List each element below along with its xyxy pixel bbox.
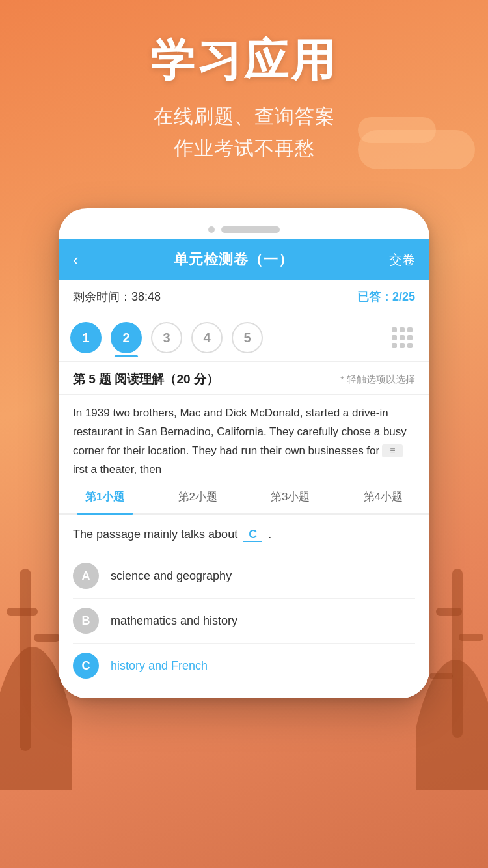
question-text-after: .: [268, 528, 271, 541]
sub-question-tabs: 第1小题 第2小题 第3小题 第4小题: [59, 480, 429, 515]
header-section: 学习应用 在线刷题、查询答案 作业考试不再愁: [0, 0, 488, 165]
timer-label: 剩余时间：: [73, 290, 131, 303]
svg-rect-8: [429, 673, 453, 679]
svg-rect-7: [459, 634, 483, 641]
timer-display: 剩余时间：38:48: [73, 289, 161, 305]
option-b[interactable]: B mathematics and history: [73, 599, 415, 644]
app-content: ‹ 单元检测卷（一） 交卷 剩余时间：38:48 已答：2/25 1 2 3: [59, 239, 429, 698]
timer-value: 38:48: [131, 290, 161, 303]
timer-row: 剩余时间：38:48 已答：2/25: [59, 280, 429, 314]
svg-rect-5: [452, 569, 463, 738]
sub-tab-2[interactable]: 第2小题: [152, 480, 245, 513]
phone-mockup: ‹ 单元检测卷（一） 交卷 剩余时间：38:48 已答：2/25 1 2 3: [59, 208, 429, 698]
sub-tab-4[interactable]: 第4小题: [337, 480, 430, 513]
question-text-before: The passage mainly talks about: [73, 528, 237, 541]
option-a[interactable]: A science and geography: [73, 554, 415, 599]
active-indicator: [115, 355, 138, 357]
section-title: 第 5 题 阅读理解（20 分）: [73, 371, 219, 388]
question-grid-button[interactable]: [386, 322, 418, 353]
answered-label: 已答：: [357, 290, 392, 303]
option-c-label: history and French: [111, 659, 208, 673]
svg-rect-6: [436, 608, 462, 616]
question-number-1[interactable]: 1: [70, 322, 102, 353]
question-text: The passage mainly talks about C .: [59, 515, 429, 549]
subtitle-line2: 作业考试不再愁: [174, 137, 315, 159]
speaker-bar: [221, 226, 280, 233]
passage-text: In 1939 two brothers, Mac and Dick McDon…: [73, 404, 415, 480]
option-c[interactable]: C history and French: [73, 644, 415, 688]
question-number-4[interactable]: 4: [191, 322, 223, 353]
question-number-3[interactable]: 3: [151, 322, 182, 353]
subtitle: 在线刷题、查询答案 作业考试不再愁: [0, 100, 488, 165]
phone-frame: ‹ 单元检测卷（一） 交卷 剩余时间：38:48 已答：2/25 1 2 3: [59, 208, 429, 698]
submit-button[interactable]: 交卷: [389, 251, 415, 269]
back-button[interactable]: ‹: [73, 250, 79, 270]
passage-expand-icon[interactable]: [382, 444, 403, 457]
main-title: 学习应用: [0, 36, 488, 85]
question-numbers-row: 1 2 3 4 5: [59, 314, 429, 362]
app-navbar: ‹ 单元检测卷（一） 交卷: [59, 239, 429, 280]
svg-rect-2: [7, 608, 38, 616]
passage-area: In 1939 two brothers, Mac and Dick McDon…: [59, 395, 429, 480]
option-b-label: mathematics and history: [111, 614, 237, 628]
camera-dot: [208, 226, 215, 233]
grid-dots-icon: [392, 327, 413, 348]
subtitle-line1: 在线刷题、查询答案: [154, 105, 335, 127]
svg-rect-3: [34, 634, 60, 642]
section-header: 第 5 题 阅读理解（20 分） * 轻触选项以选择: [59, 362, 429, 395]
svg-rect-1: [20, 569, 31, 751]
option-a-label: science and geography: [111, 569, 232, 583]
question-blank-answer: C: [243, 528, 262, 542]
sub-tab-1[interactable]: 第1小题: [59, 480, 152, 513]
option-a-circle: A: [73, 563, 99, 589]
navbar-title: 单元检测卷（一）: [174, 250, 293, 269]
sub-tab-3[interactable]: 第3小题: [244, 480, 337, 513]
answered-count: 2/25: [392, 290, 415, 303]
question-number-5[interactable]: 5: [232, 322, 263, 353]
option-c-circle: C: [73, 653, 99, 679]
question-number-2[interactable]: 2: [111, 322, 142, 353]
options-area: A science and geography B mathematics an…: [59, 549, 429, 698]
section-hint: * 轻触选项以选择: [340, 373, 415, 386]
answered-display: 已答：2/25: [357, 289, 415, 305]
option-b-circle: B: [73, 608, 99, 634]
phone-notch: [59, 226, 429, 239]
